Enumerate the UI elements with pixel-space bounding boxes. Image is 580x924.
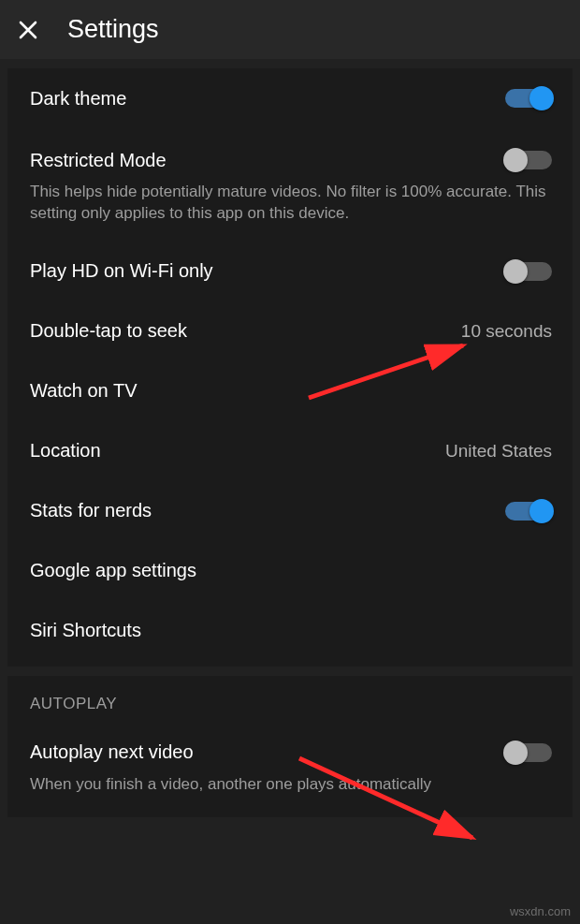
location-label: Location bbox=[30, 440, 101, 462]
autoplay-next-video-toggle[interactable] bbox=[505, 743, 552, 762]
stats-for-nerds-label: Stats for nerds bbox=[30, 500, 152, 521]
settings-panel: Dark theme Restricted Mode This helps hi… bbox=[7, 68, 573, 667]
row-restricted-mode[interactable]: Restricted Mode bbox=[7, 128, 573, 188]
row-location[interactable]: Location United States bbox=[7, 421, 573, 481]
autoplay-section-header: AUTOPLAY bbox=[7, 676, 573, 721]
row-dark-theme[interactable]: Dark theme bbox=[7, 68, 573, 128]
play-hd-wifi-label: Play HD on Wi-Fi only bbox=[30, 260, 213, 282]
double-tap-label: Double-tap to seek bbox=[30, 320, 187, 342]
play-hd-wifi-toggle[interactable] bbox=[505, 262, 552, 281]
autoplay-next-video-desc: When you finish a video, another one pla… bbox=[7, 773, 573, 812]
row-google-app-settings[interactable]: Google app settings bbox=[7, 541, 573, 601]
watermark: wsxdn.com bbox=[510, 904, 571, 918]
google-app-settings-label: Google app settings bbox=[30, 560, 196, 581]
page-title: Settings bbox=[67, 15, 159, 44]
watch-on-tv-label: Watch on TV bbox=[30, 380, 138, 402]
restricted-mode-desc: This helps hide potentially mature video… bbox=[7, 181, 573, 242]
row-stats-for-nerds[interactable]: Stats for nerds bbox=[7, 481, 573, 541]
autoplay-next-video-label: Autoplay next video bbox=[30, 741, 194, 763]
restricted-mode-label: Restricted Mode bbox=[30, 150, 167, 171]
row-autoplay-next-video[interactable]: Autoplay next video bbox=[7, 721, 573, 781]
row-watch-on-tv[interactable]: Watch on TV bbox=[7, 361, 573, 421]
autoplay-panel: AUTOPLAY Autoplay next video When you fi… bbox=[7, 676, 573, 817]
stats-for-nerds-toggle[interactable] bbox=[505, 502, 552, 521]
row-double-tap[interactable]: Double-tap to seek 10 seconds bbox=[7, 301, 573, 361]
dark-theme-label: Dark theme bbox=[30, 88, 126, 110]
location-value: United States bbox=[445, 441, 552, 462]
double-tap-value: 10 seconds bbox=[461, 321, 552, 342]
restricted-mode-toggle[interactable] bbox=[505, 151, 552, 169]
row-siri-shortcuts[interactable]: Siri Shortcuts bbox=[7, 601, 573, 661]
siri-shortcuts-label: Siri Shortcuts bbox=[30, 620, 141, 641]
header: Settings bbox=[0, 0, 580, 59]
row-play-hd-wifi[interactable]: Play HD on Wi-Fi only bbox=[7, 242, 573, 301]
close-icon[interactable] bbox=[17, 19, 39, 41]
dark-theme-toggle[interactable] bbox=[505, 89, 552, 108]
